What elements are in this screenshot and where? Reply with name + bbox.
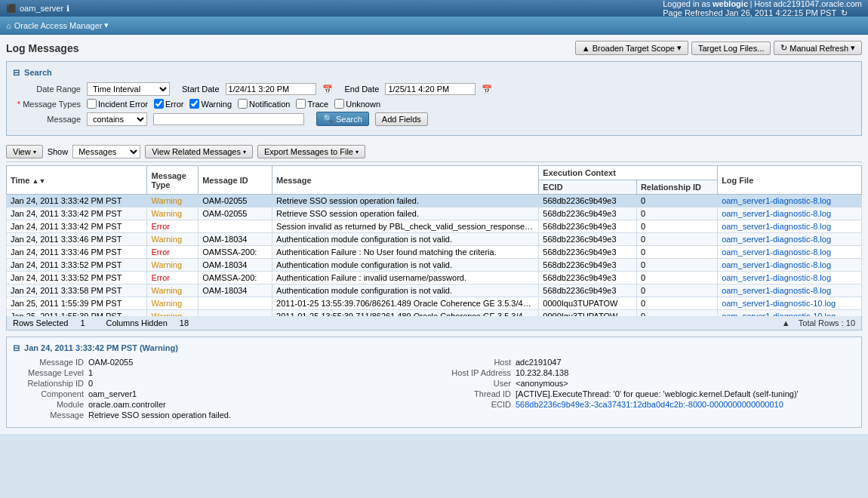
total-rows: Total Rows : 10 [799, 318, 855, 327]
message-types-label: Message Types [13, 100, 81, 109]
nav-dropdown-icon[interactable]: ▾ [104, 20, 109, 30]
detail-thread-id-row: Thread ID [ACTIVE].ExecuteThread: '0' fo… [440, 389, 855, 398]
cell-time: Jan 24, 2011 3:33:46 PM PST [7, 246, 147, 259]
table-row[interactable]: Jan 24, 2011 3:33:46 PM PST Error OAMSSA… [7, 246, 862, 259]
detail-ecid-label: ECID [440, 400, 516, 409]
message-input[interactable] [153, 113, 304, 125]
col-message-type[interactable]: MessageType [147, 166, 199, 195]
col-message[interactable]: Message [272, 166, 539, 195]
host-value: adc2191047.oracle.com [774, 0, 862, 8]
col-message-id[interactable]: Message ID [199, 166, 272, 195]
cell-ecid: 568db2236c9b49e3 [539, 195, 637, 208]
view-related-dropdown-icon: ▾ [243, 149, 246, 155]
target-log-files-button[interactable]: Target Log Files... [691, 42, 771, 55]
view-dropdown-icon: ▾ [33, 149, 36, 155]
table-row[interactable]: Jan 24, 2011 3:33:58 PM PST Warning OAM-… [7, 284, 862, 297]
search-panel-title: Search [24, 68, 52, 77]
detail-user-row: User <anonymous> [440, 379, 855, 388]
calendar-icon-start[interactable]: 📅 [322, 85, 333, 94]
export-dropdown-icon: ▾ [356, 149, 359, 155]
cell-message: Authentication module configuration is n… [272, 284, 539, 297]
search-panel-header[interactable]: ⊟ Search [13, 68, 855, 78]
cell-log-file: oam_server1-diagnostic-10.log [718, 297, 862, 310]
nav-oracle-access-manager[interactable]: Oracle Access Manager ▾ [14, 20, 109, 30]
cell-ecid: 568db2236c9b49e3 [539, 220, 637, 233]
table-row[interactable]: Jan 25, 2011 1:55:39 PM PST Warning 2011… [7, 297, 862, 310]
broaden-dropdown-icon: ▾ [677, 43, 682, 53]
table-row[interactable]: Jan 24, 2011 3:33:46 PM PST Warning OAM-… [7, 233, 862, 246]
detail-host-label: Host [440, 358, 516, 367]
cell-message: 2011-01-25 13:55:39.706/86261.489 Oracle… [272, 297, 539, 310]
view-button[interactable]: View ▾ [6, 145, 43, 158]
start-date-input[interactable] [226, 83, 316, 95]
detail-host-ip-value: 10.232.84.138 [516, 368, 568, 377]
export-messages-button[interactable]: Export Messages to File ▾ [257, 145, 365, 158]
message-contains-select[interactable]: contains starts with [87, 112, 147, 126]
search-button[interactable]: 🔍 Search [316, 112, 369, 126]
type-error[interactable]: Error [154, 99, 183, 109]
col-time[interactable]: Time ▲▼ [7, 166, 147, 195]
cell-msg-id: OAMSSA-200: [199, 246, 272, 259]
cell-log-file: oam_server1-diagnostic-8.log [718, 246, 862, 259]
type-notification[interactable]: Notification [238, 99, 290, 109]
date-range-select[interactable]: Time Interval Most Recent Date Range [87, 82, 170, 96]
cell-type: Warning [147, 208, 199, 220]
detail-ecid-link[interactable]: 568db2236c9b49e3:-3ca37431:12dba0d4c2b:-… [516, 400, 783, 409]
footer-right: ▲ Total Rows : 10 [782, 318, 855, 327]
detail-ecid-row: ECID 568db2236c9b49e3:-3ca37431:12dba0d4… [440, 400, 855, 409]
cell-log-file: oam_server1-diagnostic-8.log [718, 233, 862, 246]
home-icon[interactable]: ⌂ [6, 21, 11, 30]
table-row[interactable]: Jan 24, 2011 3:33:52 PM PST Error OAMSSA… [7, 272, 862, 284]
col-log-file[interactable]: Log File [718, 166, 862, 195]
cell-type: Warning [147, 259, 199, 272]
type-incident-error[interactable]: Incident Error [87, 99, 148, 109]
message-types-checkboxes: Incident Error Error Warning Notificatio… [87, 99, 380, 109]
detail-host-row: Host adc2191047 [440, 358, 855, 367]
end-date-input[interactable] [385, 83, 476, 95]
view-related-messages-button[interactable]: View Related Messages ▾ [145, 145, 253, 158]
cell-ecid: 568db2236c9b49e3 [539, 246, 637, 259]
cell-msg-id: OAM-02055 [199, 195, 272, 208]
cell-type: Warning [147, 233, 199, 246]
manual-refresh-dropdown: ▾ [851, 43, 855, 53]
cell-time: Jan 24, 2011 3:33:58 PM PST [7, 284, 147, 297]
table-header-row: Time ▲▼ MessageType Message ID Message E… [7, 166, 862, 180]
scroll-up-icon[interactable]: ▲ [782, 318, 790, 327]
type-unknown[interactable]: Unknown [334, 99, 380, 109]
top-bar-left: ⬛ oam_server ℹ [6, 4, 69, 14]
refresh-icon[interactable]: ↻ [841, 8, 848, 17]
cell-msg-id: OAM-18034 [199, 259, 272, 272]
detail-user-label: User [440, 379, 516, 388]
type-trace[interactable]: Trace [296, 99, 328, 109]
calendar-icon-end[interactable]: 📅 [482, 85, 492, 94]
detail-panel-header[interactable]: ⊟ Jan 24, 2011 3:33:42 PM PST (Warning) [13, 343, 855, 353]
add-fields-button[interactable]: Add Fields [375, 112, 428, 126]
cell-rel-id: 0 [636, 272, 717, 284]
cell-message: Retrieve SSO session operation failed. [272, 208, 539, 220]
table-row[interactable]: Jan 24, 2011 3:33:52 PM PST Warning OAM-… [7, 259, 862, 272]
table-row[interactable]: Jan 25, 2011 1:55:39 PM PST Warning 2011… [7, 310, 862, 317]
cell-ecid: 568db2236c9b49e3 [539, 233, 637, 246]
show-select[interactable]: Messages Targets [72, 145, 140, 158]
page-refreshed: Page Refreshed Jan 26, 2011 4:22:15 PM P… [663, 8, 836, 17]
cell-ecid: 0000Iqu3TUPATOW [539, 297, 637, 310]
col-ecid[interactable]: ECID [539, 180, 637, 195]
detail-body: Message ID OAM-02055 Message Level 1 Rel… [13, 358, 855, 421]
detail-component-value: oam_server1 [88, 389, 137, 398]
nav-label: Oracle Access Manager [14, 21, 103, 30]
sort-icon-time[interactable]: ▲▼ [32, 177, 46, 185]
table-row[interactable]: Jan 24, 2011 3:33:42 PM PST Warning OAM-… [7, 208, 862, 220]
info-icon[interactable]: ℹ [66, 4, 69, 14]
rows-selected-label: Rows Selected [13, 318, 68, 327]
server-icon: ⬛ [6, 4, 17, 14]
server-name: oam_server [20, 4, 63, 13]
manual-refresh-button[interactable]: ↻ Manual Refresh ▾ [774, 41, 862, 55]
broaden-target-scope-button[interactable]: ▲ Broaden Target Scope ▾ [575, 41, 688, 55]
detail-message-level-label: Message Level [13, 368, 88, 377]
type-warning[interactable]: Warning [189, 99, 232, 109]
table-row[interactable]: Jan 24, 2011 3:33:42 PM PST Error Sessio… [7, 220, 862, 233]
col-relationship-id[interactable]: Relationship ID [636, 180, 717, 195]
cell-rel-id: 0 [636, 208, 717, 220]
table-row[interactable]: Jan 24, 2011 3:33:42 PM PST Warning OAM-… [7, 195, 862, 208]
cell-rel-id: 0 [636, 195, 717, 208]
